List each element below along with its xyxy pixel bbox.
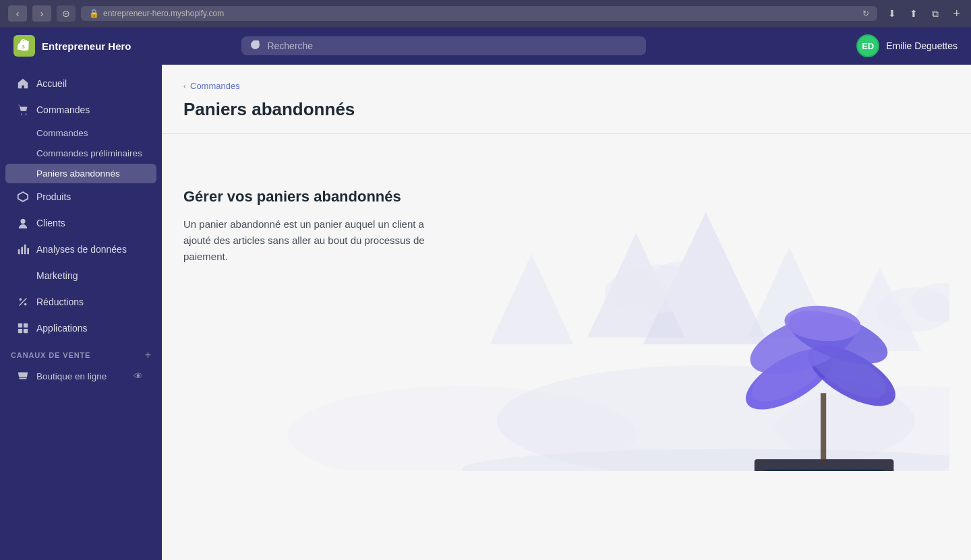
app: Entrepreneur Hero ED Emilie Deguettes Ac…	[0, 27, 971, 560]
search-icon	[251, 40, 262, 51]
breadcrumb-link[interactable]: Commandes	[190, 81, 240, 91]
sidebar-sub-paniers-label: Paniers abandonnés	[36, 168, 120, 179]
download-button[interactable]: ⬇	[883, 5, 902, 22]
sidebar-label-commandes: Commandes	[36, 104, 90, 115]
topnav: Entrepreneur Hero ED Emilie Deguettes	[0, 27, 971, 65]
url-text: entrepreneur-hero.myshopify.com	[103, 9, 224, 18]
svg-point-5	[24, 303, 27, 306]
sidebar-label-accueil: Accueil	[36, 78, 67, 89]
clients-icon	[16, 216, 30, 230]
new-tab-button[interactable]: +	[950, 7, 963, 21]
sidebar-label-analyses: Analyses de données	[36, 244, 127, 255]
svg-point-4	[20, 299, 22, 301]
home-icon	[16, 77, 30, 90]
sidebar-item-commandes[interactable]: Commandes	[5, 97, 156, 123]
breadcrumb: ‹ Commandes	[183, 81, 949, 91]
page-content: ‹ Commandes Paniers abandonnés	[162, 65, 971, 560]
sidebar-sub-commandes-prelim[interactable]: Commandes préliminaires	[5, 144, 156, 163]
apps-icon	[16, 321, 30, 335]
illustration-area: Gérer vos paniers abandonnés Un panier a…	[183, 134, 949, 471]
svg-rect-9	[18, 329, 22, 333]
svg-rect-0	[18, 249, 20, 254]
shopify-icon	[13, 35, 35, 57]
browser-chrome: ‹ › ⊝ 🔒 entrepreneur-hero.myshopify.com …	[0, 0, 971, 27]
sidebar: Accueil Commandes Commandes Commandes pr…	[0, 65, 162, 560]
sidebar-label-produits: Produits	[36, 191, 71, 202]
sidebar-item-reductions[interactable]: Réductions	[5, 289, 156, 315]
boutique-eye-button[interactable]: 👁	[131, 369, 146, 383]
channels-section-label: CANAUX DE VENTE	[11, 351, 90, 359]
marketing-icon	[16, 269, 30, 282]
refresh-icon[interactable]: ↻	[862, 9, 869, 18]
reductions-icon	[16, 295, 30, 309]
analytics-icon	[16, 243, 30, 256]
sidebar-sub-paniers-abandonnes[interactable]: Paniers abandonnés	[5, 164, 156, 183]
url-bar: 🔒 entrepreneur-hero.myshopify.com ↻	[81, 6, 877, 21]
svg-rect-35	[821, 393, 826, 462]
svg-point-21	[605, 273, 668, 312]
sidebar-item-clients[interactable]: Clients	[5, 210, 156, 236]
browser-right-buttons: ⬇ ⬆ ⧉	[883, 5, 945, 22]
sidebar-label-reductions: Réductions	[36, 297, 84, 307]
main-layout: Accueil Commandes Commandes Commandes pr…	[0, 65, 971, 560]
sidebar-item-boutique[interactable]: Boutique en ligne 👁	[5, 364, 156, 388]
avatar: ED	[856, 34, 879, 57]
sidebar-label-clients: Clients	[36, 218, 65, 228]
window-button[interactable]: ⧉	[926, 5, 945, 22]
search-input[interactable]	[267, 40, 637, 51]
sidebar-sub-commandes[interactable]: Commandes	[5, 123, 156, 143]
back-button[interactable]: ‹	[8, 5, 27, 22]
svg-rect-10	[24, 329, 28, 333]
sidebar-item-accueil[interactable]: Accueil	[5, 71, 156, 96]
sidebar-sub-commandes-label: Commandes	[36, 128, 88, 138]
sidebar-label-marketing: Marketing	[36, 270, 78, 281]
svg-rect-2	[24, 245, 26, 254]
content-block: Gérer vos paniers abandonnés Un panier a…	[183, 134, 453, 265]
sidebar-item-produits[interactable]: Produits	[5, 184, 156, 210]
svg-rect-8	[24, 323, 28, 328]
lock-icon: 🔒	[89, 9, 99, 18]
search-bar[interactable]	[241, 36, 646, 55]
products-icon	[16, 190, 30, 204]
shop-icon	[16, 369, 30, 383]
add-channel-button[interactable]: +	[145, 350, 151, 361]
sidebar-sub-commandes-prelim-label: Commandes préliminaires	[36, 148, 142, 158]
boutique-icons: 👁	[131, 369, 146, 383]
orders-icon	[16, 103, 30, 117]
svg-marker-18	[490, 254, 573, 344]
svg-rect-7	[18, 323, 22, 328]
content-desc: Un panier abandonné est un panier auquel…	[183, 216, 453, 265]
svg-rect-3	[27, 248, 29, 254]
store-name: Entrepreneur Hero	[42, 40, 131, 52]
topnav-right: ED Emilie Deguettes	[856, 34, 958, 57]
page-title: Paniers abandonnés	[183, 99, 949, 120]
breadcrumb-chevron: ‹	[183, 82, 186, 91]
store-logo[interactable]: Entrepreneur Hero	[13, 35, 131, 57]
sidebar-label-applications: Applications	[36, 323, 88, 334]
forward-button[interactable]: ›	[32, 5, 51, 22]
share-button[interactable]: ⬆	[904, 5, 923, 22]
user-name: Emilie Deguettes	[886, 40, 958, 51]
content-title: Gérer vos paniers abandonnés	[183, 188, 453, 206]
sidebar-item-analyses[interactable]: Analyses de données	[5, 237, 156, 262]
svg-rect-1	[21, 247, 23, 254]
channels-section-header: CANAUX DE VENTE +	[0, 342, 162, 363]
boutique-left: Boutique en ligne	[16, 369, 107, 383]
tab-button[interactable]: ⊝	[57, 5, 76, 22]
user-initials: ED	[862, 41, 874, 51]
sidebar-item-applications[interactable]: Applications	[5, 315, 156, 341]
boutique-label: Boutique en ligne	[36, 371, 107, 381]
page-inner: ‹ Commandes Paniers abandonnés	[162, 65, 971, 487]
sidebar-item-marketing[interactable]: Marketing	[5, 263, 156, 288]
